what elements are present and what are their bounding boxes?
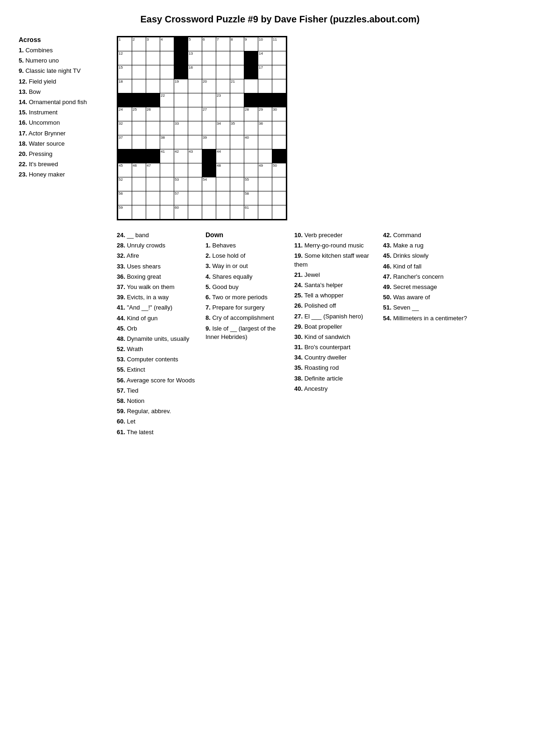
grid-cell-r8-c11[interactable] bbox=[272, 149, 286, 163]
grid-cell-r4-c11[interactable] bbox=[272, 93, 286, 107]
grid-cell-r10-c4[interactable]: 53 bbox=[174, 177, 188, 191]
grid-cell-r11-c2[interactable] bbox=[146, 191, 160, 205]
grid-cell-r8-c6[interactable] bbox=[202, 149, 216, 163]
grid-cell-r11-c6[interactable] bbox=[202, 191, 216, 205]
grid-cell-r7-c1[interactable] bbox=[132, 135, 146, 149]
grid-cell-r0-c5[interactable]: 5 bbox=[188, 37, 202, 51]
grid-cell-r10-c0[interactable]: 52 bbox=[118, 177, 132, 191]
grid-cell-r5-c5[interactable] bbox=[188, 107, 202, 121]
grid-cell-r11-c7[interactable] bbox=[216, 191, 230, 205]
grid-cell-r6-c7[interactable]: 34 bbox=[216, 121, 230, 135]
grid-cell-r10-c7[interactable] bbox=[216, 177, 230, 191]
grid-cell-r4-c7[interactable]: 23 bbox=[216, 93, 230, 107]
grid-cell-r10-c6[interactable]: 54 bbox=[202, 177, 216, 191]
grid-cell-r9-c6[interactable] bbox=[202, 163, 216, 177]
grid-cell-r1-c3[interactable] bbox=[160, 51, 174, 65]
grid-cell-r8-c5[interactable]: 43 bbox=[188, 149, 202, 163]
grid-cell-r2-c9[interactable] bbox=[244, 65, 258, 79]
grid-cell-r9-c4[interactable] bbox=[174, 163, 188, 177]
grid-cell-r5-c0[interactable]: 24 bbox=[118, 107, 132, 121]
grid-cell-r12-c10[interactable] bbox=[258, 205, 272, 219]
grid-cell-r12-c0[interactable]: 59 bbox=[118, 205, 132, 219]
grid-cell-r3-c6[interactable]: 20 bbox=[202, 79, 216, 93]
grid-cell-r9-c3[interactable] bbox=[160, 163, 174, 177]
grid-cell-r6-c1[interactable] bbox=[132, 121, 146, 135]
grid-cell-r10-c1[interactable] bbox=[132, 177, 146, 191]
grid-cell-r2-c5[interactable]: 16 bbox=[188, 65, 202, 79]
grid-cell-r5-c4[interactable] bbox=[174, 107, 188, 121]
grid-cell-r12-c3[interactable] bbox=[160, 205, 174, 219]
grid-cell-r3-c1[interactable] bbox=[132, 79, 146, 93]
grid-cell-r7-c4[interactable] bbox=[174, 135, 188, 149]
grid-cell-r1-c4[interactable] bbox=[174, 51, 188, 65]
grid-cell-r6-c8[interactable]: 35 bbox=[230, 121, 244, 135]
grid-cell-r10-c10[interactable] bbox=[258, 177, 272, 191]
grid-cell-r2-c1[interactable] bbox=[132, 65, 146, 79]
grid-cell-r5-c7[interactable] bbox=[216, 107, 230, 121]
grid-cell-r3-c0[interactable]: 18 bbox=[118, 79, 132, 93]
grid-cell-r4-c0[interactable] bbox=[118, 93, 132, 107]
grid-cell-r8-c1[interactable] bbox=[132, 149, 146, 163]
grid-cell-r2-c11[interactable] bbox=[272, 65, 286, 79]
grid-cell-r2-c8[interactable] bbox=[230, 65, 244, 79]
grid-cell-r7-c7[interactable] bbox=[216, 135, 230, 149]
grid-cell-r11-c4[interactable]: 57 bbox=[174, 191, 188, 205]
grid-cell-r0-c0[interactable]: 1 bbox=[118, 37, 132, 51]
grid-cell-r3-c10[interactable] bbox=[258, 79, 272, 93]
grid-cell-r9-c2[interactable]: 47 bbox=[146, 163, 160, 177]
grid-cell-r9-c5[interactable] bbox=[188, 163, 202, 177]
grid-cell-r8-c9[interactable] bbox=[244, 149, 258, 163]
grid-cell-r8-c0[interactable] bbox=[118, 149, 132, 163]
grid-cell-r7-c9[interactable]: 40 bbox=[244, 135, 258, 149]
grid-cell-r1-c2[interactable] bbox=[146, 51, 160, 65]
grid-cell-r5-c3[interactable] bbox=[160, 107, 174, 121]
grid-cell-r3-c11[interactable] bbox=[272, 79, 286, 93]
grid-cell-r0-c3[interactable]: 4 bbox=[160, 37, 174, 51]
grid-cell-r8-c3[interactable]: 41 bbox=[160, 149, 174, 163]
grid-cell-r4-c6[interactable] bbox=[202, 93, 216, 107]
grid-cell-r0-c11[interactable]: 11 bbox=[272, 37, 286, 51]
grid-cell-r9-c0[interactable]: 45 bbox=[118, 163, 132, 177]
grid-cell-r11-c9[interactable]: 58 bbox=[244, 191, 258, 205]
grid-cell-r2-c3[interactable] bbox=[160, 65, 174, 79]
grid-cell-r1-c10[interactable]: 14 bbox=[258, 51, 272, 65]
grid-cell-r3-c5[interactable] bbox=[188, 79, 202, 93]
grid-cell-r5-c8[interactable] bbox=[230, 107, 244, 121]
grid-cell-r0-c7[interactable]: 7 bbox=[216, 37, 230, 51]
grid-cell-r8-c10[interactable] bbox=[258, 149, 272, 163]
grid-cell-r7-c6[interactable]: 39 bbox=[202, 135, 216, 149]
grid-cell-r1-c1[interactable] bbox=[132, 51, 146, 65]
grid-cell-r5-c11[interactable]: 30 bbox=[272, 107, 286, 121]
grid-cell-r5-c1[interactable]: 25 bbox=[132, 107, 146, 121]
grid-cell-r11-c5[interactable] bbox=[188, 191, 202, 205]
grid-cell-r11-c0[interactable]: 56 bbox=[118, 191, 132, 205]
grid-cell-r3-c9[interactable] bbox=[244, 79, 258, 93]
grid-cell-r1-c6[interactable] bbox=[202, 51, 216, 65]
grid-cell-r6-c2[interactable] bbox=[146, 121, 160, 135]
grid-cell-r6-c4[interactable]: 33 bbox=[174, 121, 188, 135]
grid-cell-r7-c5[interactable] bbox=[188, 135, 202, 149]
grid-cell-r0-c2[interactable]: 3 bbox=[146, 37, 160, 51]
grid-cell-r8-c2[interactable] bbox=[146, 149, 160, 163]
grid-cell-r11-c1[interactable] bbox=[132, 191, 146, 205]
grid-cell-r5-c10[interactable]: 29 bbox=[258, 107, 272, 121]
grid-cell-r6-c3[interactable] bbox=[160, 121, 174, 135]
grid-cell-r2-c0[interactable]: 15 bbox=[118, 65, 132, 79]
grid-cell-r1-c0[interactable]: 12 bbox=[118, 51, 132, 65]
grid-cell-r9-c11[interactable]: 50 bbox=[272, 163, 286, 177]
grid-cell-r2-c6[interactable] bbox=[202, 65, 216, 79]
grid-cell-r12-c8[interactable] bbox=[230, 205, 244, 219]
grid-cell-r10-c9[interactable]: 55 bbox=[244, 177, 258, 191]
grid-cell-r2-c10[interactable]: 17 bbox=[258, 65, 272, 79]
grid-cell-r0-c1[interactable]: 2 bbox=[132, 37, 146, 51]
grid-cell-r0-c10[interactable]: 10 bbox=[258, 37, 272, 51]
grid-cell-r1-c11[interactable] bbox=[272, 51, 286, 65]
grid-cell-r11-c3[interactable] bbox=[160, 191, 174, 205]
grid-cell-r0-c9[interactable]: 9 bbox=[244, 37, 258, 51]
grid-cell-r8-c4[interactable]: 42 bbox=[174, 149, 188, 163]
grid-cell-r7-c11[interactable] bbox=[272, 135, 286, 149]
grid-cell-r1-c9[interactable] bbox=[244, 51, 258, 65]
grid-cell-r6-c5[interactable] bbox=[188, 121, 202, 135]
grid-cell-r9-c1[interactable]: 46 bbox=[132, 163, 146, 177]
grid-cell-r0-c8[interactable]: 8 bbox=[230, 37, 244, 51]
